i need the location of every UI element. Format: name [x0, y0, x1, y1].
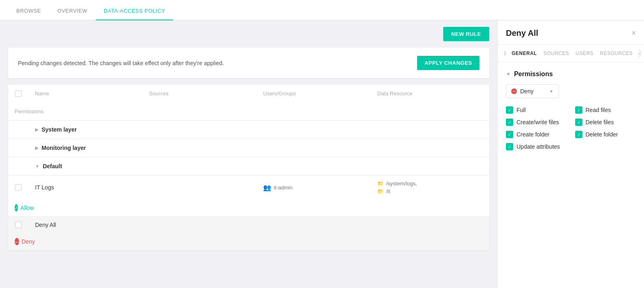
perm-label-read-files: Read files — [586, 107, 611, 113]
right-panel: Deny All × GENERAL SOURCES USERS RESOURC… — [497, 20, 644, 288]
deny-dropdown[interactable]: — Deny ▼ — [506, 84, 559, 98]
chevron-right-icon: ▶ — [35, 145, 38, 151]
main-layout: NEW RULE Pending changes detected. The c… — [0, 20, 644, 288]
folder-icon: 📁 — [377, 180, 384, 187]
permission-item-delete-files: ✓ Delete files — [575, 119, 636, 126]
row-resource-deny-all — [371, 220, 452, 230]
panel-tab-sources[interactable]: SOURCES — [543, 49, 570, 58]
chevron-down-icon: ▼ — [35, 164, 40, 169]
new-rule-button[interactable]: NEW RULE — [443, 27, 489, 41]
perm-label-create-folder: Create folder — [517, 131, 549, 138]
chevron-down-icon: ▼ — [549, 89, 554, 94]
check-icon: ✓ — [506, 106, 513, 114]
row-resource-it-logs: 📁 /system/logs, 📁 /it — [371, 176, 452, 199]
row-sources-it-logs — [143, 182, 257, 192]
pending-banner: Pending changes detected. The changes wi… — [8, 48, 489, 78]
users-icon: 👥 — [263, 184, 271, 191]
col-header-sources: Sources — [143, 85, 257, 103]
close-button[interactable]: × — [631, 29, 636, 37]
folder-icon: 📁 — [377, 188, 384, 194]
check-icon: ✓ — [506, 143, 513, 150]
panel-content: ▼ Permissions — Deny ▼ ✓ Full ✓ Read fi — [498, 62, 644, 288]
panel-tab-resources[interactable]: RESOURCES — [599, 49, 634, 58]
group-row-system-layer[interactable]: ▶ System layer — [8, 121, 489, 139]
check-icon: ✓ — [575, 131, 582, 138]
allow-icon: ✓ — [15, 204, 18, 211]
row-sources-deny-all — [143, 220, 257, 230]
panel-title: Deny All — [506, 29, 538, 38]
permission-item-update-attributes: ✓ Update attributes — [506, 143, 567, 150]
chevron-right-icon: ▶ — [35, 127, 38, 132]
row-checkbox-it-logs[interactable] — [8, 179, 29, 196]
tab-overview[interactable]: OVERVIEW — [49, 2, 96, 20]
row-users-deny-all — [257, 220, 371, 230]
perm-label-delete-folder: Delete folder — [586, 131, 618, 138]
deny-icon: — — [15, 238, 19, 245]
permissions-grid: ✓ Full ✓ Read files ✓ Create/write files… — [506, 106, 636, 150]
rules-table: Name Sources Users/Groups Data Resource … — [8, 85, 489, 251]
group-name-monitoring-layer: ▶ Monitoring layer — [29, 145, 143, 151]
group-name-system-layer: ▶ System layer — [29, 126, 143, 133]
row-permission-it-logs: ✓ Allow — [8, 199, 29, 216]
chevron-down-icon: ▼ — [506, 71, 511, 77]
apply-changes-button[interactable]: APPLY CHANGES — [417, 56, 479, 70]
group-row-default[interactable]: ▼ Default — [8, 157, 489, 176]
permissions-title: Permissions — [514, 70, 553, 78]
group-name-default: ▼ Default — [29, 163, 143, 169]
col-header-permissions: Permissions — [8, 103, 29, 120]
table-row[interactable]: IT Logs 👥 it-admin 📁 /system/logs, — [8, 176, 489, 217]
left-panel: NEW RULE Pending changes detected. The c… — [0, 20, 497, 288]
select-all-checkbox[interactable] — [15, 90, 22, 97]
toolbar: NEW RULE — [0, 20, 497, 48]
panel-header: Deny All × — [498, 20, 644, 45]
permission-item-read-files: ✓ Read files — [575, 106, 636, 114]
deny-dropdown-label: Deny — [520, 88, 549, 95]
deny-dot-icon: — — [511, 88, 517, 94]
header-checkbox-cell — [8, 85, 29, 103]
tab-browse[interactable]: BROWSE — [8, 2, 49, 20]
col-header-name: Name — [29, 85, 143, 103]
row-checkbox-deny-all[interactable] — [8, 217, 29, 233]
permissions-section-header: ▼ Permissions — [506, 70, 636, 78]
row-users-it-logs: 👥 it-admin — [257, 179, 371, 196]
panel-radio — [504, 51, 506, 56]
perm-label-update-attributes: Update attributes — [517, 143, 560, 150]
tab-data-access-policy[interactable]: DATA-ACCESS POLICY — [96, 2, 174, 20]
top-navigation: BROWSE OVERVIEW DATA-ACCESS POLICY — [0, 0, 644, 20]
check-icon: ✓ — [575, 119, 582, 126]
perm-label-full: Full — [517, 107, 526, 113]
panel-tab-users[interactable]: USERS — [575, 49, 594, 58]
table-row[interactable]: Deny All — Deny — [8, 217, 489, 251]
row-name-it-logs: IT Logs — [29, 179, 143, 196]
check-icon: ✓ — [506, 119, 513, 126]
row-name-deny-all: Deny All — [29, 217, 143, 233]
panel-tab-general[interactable]: GENERAL — [511, 49, 538, 58]
pending-message: Pending changes detected. The changes wi… — [18, 60, 224, 66]
check-icon: ✓ — [506, 131, 513, 138]
permission-item-create-folder: ✓ Create folder — [506, 131, 567, 138]
col-header-data-resource: Data Resource — [371, 85, 452, 103]
group-row-monitoring-layer[interactable]: ▶ Monitoring layer — [8, 139, 489, 157]
permission-item-create-write-files: ✓ Create/write files — [506, 119, 567, 126]
perm-label-delete-files: Delete files — [586, 119, 614, 125]
perm-label-create-write-files: Create/write files — [517, 119, 559, 125]
panel-tabs: GENERAL SOURCES USERS RESOURCES › — [498, 45, 644, 62]
row-permission-deny-all: — Deny — [8, 233, 29, 250]
expand-icon[interactable]: › — [638, 49, 641, 58]
permission-item-full: ✓ Full — [506, 106, 567, 114]
table-header: Name Sources Users/Groups Data Resource … — [8, 85, 489, 121]
check-icon: ✓ — [575, 106, 582, 114]
permission-item-delete-folder: ✓ Delete folder — [575, 131, 636, 138]
col-header-users-groups: Users/Groups — [257, 85, 371, 103]
